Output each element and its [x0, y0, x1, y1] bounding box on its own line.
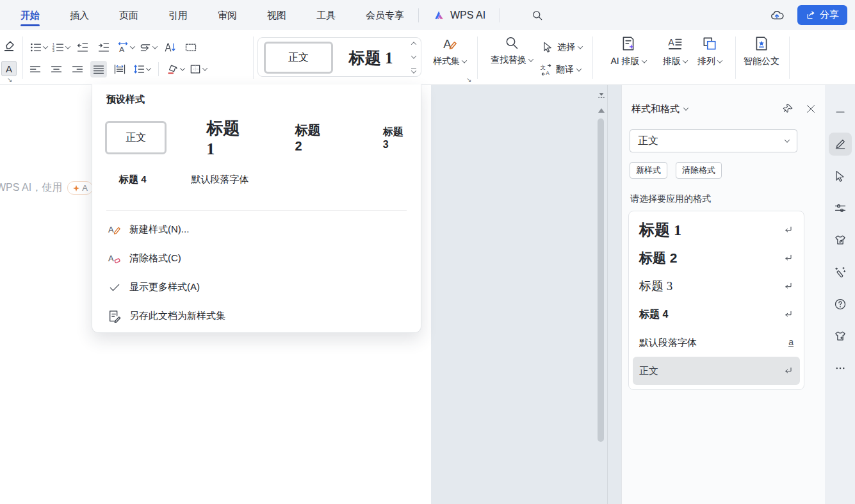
preset-normal[interactable]: 正文: [105, 121, 167, 154]
gallery-expand-icon[interactable]: [411, 69, 416, 74]
numbered-list-button[interactable]: 123: [52, 39, 70, 56]
eco-theme-icon[interactable]: [829, 229, 852, 252]
ai-write-pill-button[interactable]: A: [67, 181, 93, 195]
sort-button[interactable]: [161, 39, 178, 56]
align-right-button[interactable]: [69, 61, 86, 77]
style-set-button[interactable]: A 样式集: [425, 35, 474, 67]
style-set-icon: A: [441, 35, 458, 52]
new-style-button[interactable]: 新样式: [630, 162, 667, 179]
style-list-item-heading4[interactable]: 标题 4: [633, 300, 800, 329]
share-label: 分享: [820, 9, 839, 21]
style-item-normal[interactable]: 正文: [264, 42, 333, 74]
character-border-button[interactable]: A: [1, 61, 17, 76]
wrap-text-button[interactable]: [139, 39, 157, 56]
chevron-down-icon: [202, 65, 208, 70]
preset-default-char[interactable]: 默认段落字体: [191, 174, 249, 186]
decrease-indent-button[interactable]: [74, 39, 91, 56]
clear-format-button[interactable]: 清除格式: [676, 162, 722, 179]
preset-heading1[interactable]: 标题 1: [206, 117, 246, 159]
preset-row-2: 标题 4 默认段落字体: [119, 167, 249, 192]
magic-wand-icon[interactable]: [829, 261, 852, 284]
preset-heading4[interactable]: 标题 4: [119, 174, 147, 186]
menu-tab-review[interactable]: 审阅: [218, 1, 237, 29]
distribute-button[interactable]: [111, 61, 128, 77]
gallery-scroll-down-icon[interactable]: [411, 53, 416, 58]
close-icon[interactable]: [806, 104, 816, 114]
pin-icon[interactable]: [783, 103, 794, 115]
menu-bar: 开始 插入 页面 引用 审阅 视图 工具 会员专享 WPS AI: [0, 0, 855, 30]
dialog-launcher-icon[interactable]: ↘: [7, 76, 12, 83]
gallery-scroll-up-icon[interactable]: [411, 42, 416, 47]
dialog-launcher-icon[interactable]: ↘: [466, 76, 471, 83]
align-center-button[interactable]: [48, 61, 65, 77]
more-options-icon[interactable]: [829, 357, 852, 380]
help-icon[interactable]: [829, 293, 852, 316]
menu-item-label: 新建样式(N)...: [129, 224, 189, 236]
chevron-down-icon: [180, 65, 185, 70]
current-style-select[interactable]: 正文: [630, 129, 797, 152]
justify-button[interactable]: [90, 61, 107, 77]
style-list-item-heading3[interactable]: 标题 3: [633, 272, 800, 300]
arrange-button[interactable]: 排列: [689, 35, 730, 67]
task-pane-buttons: 新样式 清除格式: [630, 162, 722, 179]
menu-item-show-more-styles[interactable]: 显示更多样式(A): [92, 273, 421, 302]
bullet-list-button[interactable]: [29, 39, 47, 56]
preset-heading2[interactable]: 标题 2: [295, 122, 326, 154]
style-list-item-default-char[interactable]: 默认段落字体 a: [633, 329, 800, 357]
text-scale-button[interactable]: A: [117, 39, 134, 56]
divider: [592, 37, 593, 79]
menu-tab-tools[interactable]: 工具: [316, 1, 336, 29]
borders-button[interactable]: [189, 61, 207, 77]
preset-row-1: 正文 标题 1 标题 2 标题 3: [105, 115, 408, 160]
menu-item-clear-format[interactable]: A 清除格式(C): [92, 244, 421, 273]
menu-tab-reference[interactable]: 引用: [168, 1, 188, 29]
style-label: 标题 1: [639, 220, 681, 240]
increase-indent-button[interactable]: [95, 39, 112, 56]
workspace: WPS AI，使用 A 预设样式 正文 标题 1 标题 2 标题 3: [0, 85, 855, 504]
smart-document-button[interactable]: 智能公文: [738, 35, 785, 67]
menu-tab-insert[interactable]: 插入: [70, 1, 89, 29]
style-item-heading1[interactable]: 标题 1: [341, 38, 400, 77]
vertical-scrollbar: [596, 85, 607, 504]
scroll-up-arrow[interactable]: [598, 108, 605, 113]
align-left-button[interactable]: [27, 61, 44, 77]
task-pane-title-dropdown[interactable]: 样式和格式: [631, 103, 688, 115]
preset-heading3[interactable]: 标题 3: [383, 126, 408, 150]
ai-layout-button[interactable]: AI 排版: [603, 35, 653, 67]
translate-button[interactable]: 文A 翻译: [540, 63, 581, 76]
menu-tab-page[interactable]: 页面: [119, 1, 138, 29]
formatting-marks-button[interactable]: [183, 39, 199, 56]
settings-sliders-icon[interactable]: [829, 197, 852, 220]
style-list-item-heading2[interactable]: 标题 2: [633, 244, 800, 272]
search-icon[interactable]: [531, 9, 544, 22]
skin-theme-icon[interactable]: [829, 325, 852, 348]
scrollbar-thumb[interactable]: [598, 118, 604, 442]
ruler-toggle-icon[interactable]: [597, 92, 606, 101]
select-cursor-icon[interactable]: [829, 165, 852, 188]
line-spacing-button[interactable]: [133, 61, 151, 77]
divider: [607, 85, 608, 504]
select-button[interactable]: 选择: [542, 41, 582, 53]
collapse-pane-button[interactable]: [829, 101, 852, 124]
current-style-value: 正文: [638, 134, 658, 148]
style-list-item-body-selected[interactable]: 正文: [633, 357, 800, 385]
edit-pen-icon[interactable]: [829, 133, 852, 156]
divider: [735, 37, 736, 79]
menu-tab-membership[interactable]: 会员专享: [366, 1, 404, 29]
find-replace-button[interactable]: 查找替换: [484, 35, 539, 66]
menu-tab-view[interactable]: 视图: [267, 1, 286, 29]
wps-ai-menu[interactable]: WPS AI: [433, 9, 485, 22]
highlight-color-button[interactable]: [1, 38, 17, 53]
chevron-down-icon: [65, 44, 70, 49]
style-list-item-heading1[interactable]: 标题 1: [633, 216, 800, 244]
menu-item-new-style[interactable]: A 新建样式(N)...: [92, 215, 421, 244]
menu-item-save-styleset[interactable]: 另存此文档为新样式集: [92, 302, 421, 330]
share-button[interactable]: 分享: [797, 5, 847, 25]
sparkle-icon: [72, 184, 80, 192]
style-list: 标题 1 标题 2 标题 3: [628, 211, 804, 390]
menu-tab-home[interactable]: 开始: [20, 1, 40, 29]
cloud-upload-icon[interactable]: [769, 8, 785, 23]
return-marker-icon: [783, 309, 794, 320]
apply-format-hint: 请选择要应用的格式: [630, 193, 711, 205]
shading-button[interactable]: [167, 61, 184, 77]
